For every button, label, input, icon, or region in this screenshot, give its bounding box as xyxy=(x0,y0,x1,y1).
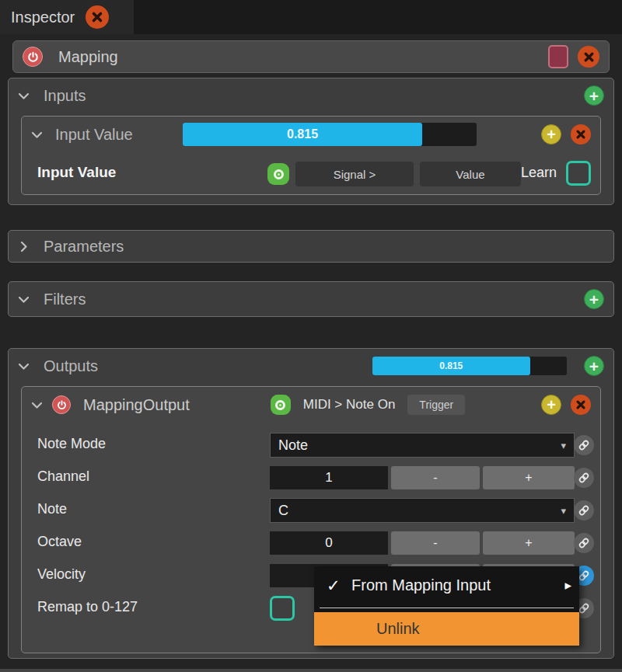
inputs-title: Inputs xyxy=(44,87,86,105)
octave-increment-button[interactable]: + xyxy=(483,531,575,555)
tab-bar: Inspector xyxy=(0,0,622,34)
outputs-slider[interactable]: 0.815 xyxy=(372,357,567,375)
target-icon[interactable] xyxy=(271,395,291,415)
row-octave: Octave 0 - + xyxy=(22,527,600,559)
chevron-down-icon xyxy=(18,294,30,305)
input-value-box: Input Value 0.815 + Input Value Signal >… xyxy=(21,116,601,195)
value-button[interactable]: Value xyxy=(420,162,521,186)
channel-decrement-button[interactable]: - xyxy=(391,466,480,489)
close-icon xyxy=(91,11,103,23)
slider-value: 0.815 xyxy=(372,357,530,375)
target-icon[interactable] xyxy=(267,163,289,185)
channel-value[interactable]: 1 xyxy=(270,466,388,489)
tab-label: Inspector xyxy=(11,9,75,26)
add-output-button[interactable]: + xyxy=(584,356,604,376)
param-label: Octave xyxy=(37,534,82,550)
slider-fill: 0.815 xyxy=(183,123,422,146)
power-icon[interactable] xyxy=(52,395,71,414)
chevron-down-icon xyxy=(18,90,30,102)
check-icon: ✓ xyxy=(327,576,351,595)
trigger-button[interactable]: Trigger xyxy=(407,395,465,415)
slider-value: 0.815 xyxy=(183,123,422,146)
chevron-down-icon: ▾ xyxy=(561,440,566,451)
param-label: Note xyxy=(37,501,67,517)
input-value-header[interactable]: Input Value 0.815 + xyxy=(22,117,600,152)
input-value-slider[interactable]: 0.815 xyxy=(183,123,477,146)
output-remove-button[interactable] xyxy=(571,395,591,415)
mapping-output-header[interactable]: MappingOutput MIDI > Note On Trigger + xyxy=(22,387,600,423)
context-menu: ✓ From Mapping Input ▸ Unlink xyxy=(314,566,579,646)
parameters-header[interactable]: Parameters xyxy=(9,231,613,262)
input-value-param-label: Input Value xyxy=(37,164,116,181)
parameters-title: Parameters xyxy=(44,238,124,256)
menu-item-label: From Mapping Input xyxy=(351,576,491,594)
link-icon[interactable] xyxy=(574,435,594,455)
parameters-section: Parameters xyxy=(8,230,614,263)
remap-checkbox[interactable] xyxy=(270,596,295,621)
mapping-header[interactable]: Mapping xyxy=(12,40,610,73)
input-value-title: Input Value xyxy=(55,126,133,144)
mapping-color-swatch[interactable] xyxy=(548,45,568,68)
input-value-add-button[interactable]: + xyxy=(541,124,561,144)
signal-button[interactable]: Signal > xyxy=(295,162,414,186)
inputs-header[interactable]: Inputs + xyxy=(9,78,613,113)
learn-checkbox[interactable] xyxy=(566,161,591,186)
bottom-edge xyxy=(0,669,622,672)
row-channel: Channel 1 - + xyxy=(22,461,600,494)
chevron-down-icon xyxy=(31,129,43,141)
submenu-arrow-icon: ▸ xyxy=(564,577,571,594)
row-note-mode: Note Mode Note ▾ xyxy=(22,429,600,461)
row-note: Note C ▾ xyxy=(22,494,600,527)
mapping-title: Mapping xyxy=(58,48,118,66)
learn-label: Learn xyxy=(521,165,557,181)
output-route-label[interactable]: MIDI > Note On xyxy=(303,397,396,413)
add-input-button[interactable]: + xyxy=(584,85,604,106)
param-label: Channel xyxy=(37,468,89,485)
link-icon[interactable] xyxy=(574,500,594,521)
channel-increment-button[interactable]: + xyxy=(483,466,575,489)
tab-inspector[interactable]: Inspector xyxy=(0,0,134,34)
link-icon[interactable] xyxy=(574,533,594,553)
outputs-title: Outputs xyxy=(44,357,98,375)
link-icon[interactable] xyxy=(574,468,594,488)
param-label: Note Mode xyxy=(37,436,106,452)
filters-header[interactable]: Filters + xyxy=(9,282,613,316)
outputs-header[interactable]: Outputs 0.815 + xyxy=(9,349,613,383)
close-icon xyxy=(575,129,586,140)
output-add-button[interactable]: + xyxy=(541,395,561,415)
close-icon xyxy=(575,399,586,410)
octave-value[interactable]: 0 xyxy=(270,531,388,555)
menu-item-label: Unlink xyxy=(376,620,420,638)
add-filter-button[interactable]: + xyxy=(584,289,604,309)
param-label: Remap to 0-127 xyxy=(37,599,138,615)
chevron-down-icon: ▾ xyxy=(561,505,566,517)
power-icon[interactable] xyxy=(23,47,43,67)
input-value-row: Input Value Signal > Value Learn xyxy=(22,155,600,193)
inputs-section: Inputs + Input Value 0.815 + Input Value… xyxy=(8,78,614,205)
filters-title: Filters xyxy=(44,291,86,308)
param-label: Velocity xyxy=(37,566,86,583)
note-mode-dropdown[interactable]: Note ▾ xyxy=(270,433,575,458)
menu-separator xyxy=(320,608,574,608)
slider-fill: 0.815 xyxy=(372,357,530,375)
menu-item-unlink[interactable]: Unlink xyxy=(314,612,579,646)
tab-close-button[interactable] xyxy=(86,5,109,29)
input-value-remove-button[interactable] xyxy=(571,124,591,144)
mapping-output-title: MappingOutput xyxy=(83,396,190,414)
chevron-down-icon xyxy=(31,399,43,411)
chevron-down-icon xyxy=(18,360,30,372)
chevron-right-icon xyxy=(18,241,30,252)
menu-item-from-mapping-input[interactable]: ✓ From Mapping Input ▸ xyxy=(314,566,579,604)
mapping-remove-button[interactable] xyxy=(578,46,599,68)
note-dropdown[interactable]: C ▾ xyxy=(270,498,575,523)
close-icon xyxy=(583,51,595,63)
filters-section: Filters + xyxy=(8,281,614,317)
octave-decrement-button[interactable]: - xyxy=(391,531,480,555)
